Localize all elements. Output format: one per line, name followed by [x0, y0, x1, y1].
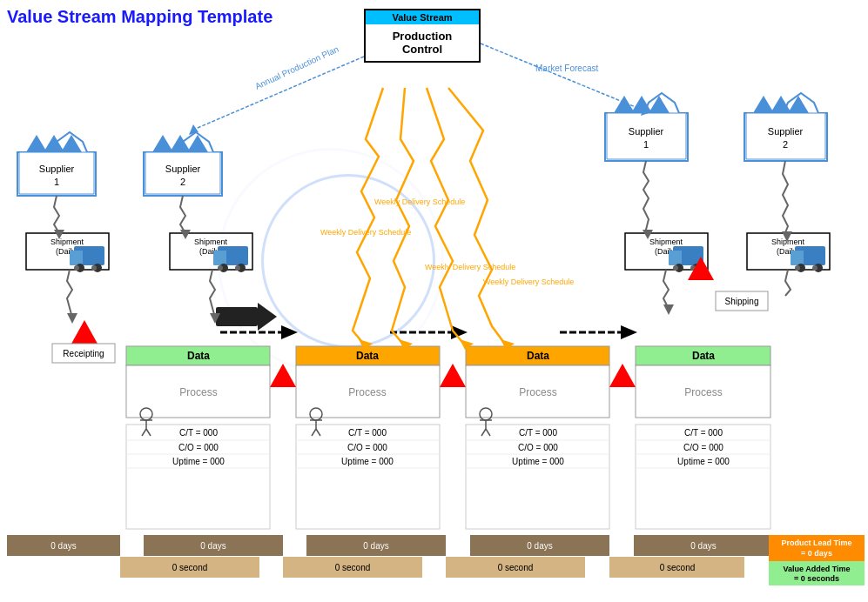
- svg-rect-72: [466, 346, 609, 365]
- svg-text:C/O = 000: C/O = 000: [178, 443, 219, 452]
- market-forecast-arrow: Market Forecast: [481, 43, 651, 116]
- svg-marker-149: [643, 230, 653, 239]
- svg-point-62: [795, 265, 800, 271]
- svg-point-60: [797, 264, 805, 272]
- svg-marker-17: [631, 96, 652, 113]
- svg-marker-9: [152, 135, 173, 152]
- svg-text:C/O = 000: C/O = 000: [347, 443, 387, 452]
- svg-text:C/O = 000: C/O = 000: [683, 443, 723, 452]
- svg-text:Uptime = 000: Uptime = 000: [341, 457, 394, 466]
- svg-text:2: 2: [783, 139, 788, 150]
- process-2-data: C/T = 000 C/O = 000 Uptime = 000: [296, 425, 440, 529]
- wds-lightning-4: Weekly Delivery Schedule: [448, 88, 574, 350]
- svg-rect-101: [636, 425, 770, 529]
- timeline-days-0: 0 days: [50, 541, 76, 551]
- timeline-days-4: 0 days: [690, 541, 716, 551]
- svg-marker-3: [44, 135, 64, 152]
- svg-marker-11: [187, 135, 208, 152]
- svg-text:Data: Data: [187, 350, 210, 362]
- process-1: Data Process: [126, 346, 270, 418]
- svg-text:Shipment: Shipment: [771, 237, 805, 246]
- zigzag-arrow-s1: [54, 196, 64, 239]
- receipting-label: Receipting: [63, 349, 104, 358]
- receipting-box: [52, 344, 115, 363]
- svg-text:(Daily): (Daily): [655, 247, 677, 256]
- lead-time-label-1: Product Lead Time: [782, 538, 852, 547]
- supplier-2-factory: Supplier 2: [144, 132, 222, 196]
- svg-text:Supplier: Supplier: [629, 126, 664, 137]
- svg-text:Uptime = 000: Uptime = 000: [172, 457, 225, 466]
- timeline-sub-2: [283, 557, 422, 578]
- svg-marker-128: [621, 325, 637, 339]
- svg-marker-139: [641, 105, 651, 116]
- svg-text:1: 1: [54, 177, 59, 187]
- svg-marker-151: [663, 304, 674, 315]
- svg-marker-132: [180, 230, 191, 239]
- timeline-bar-3: [470, 535, 609, 556]
- svg-text:C/T = 000: C/T = 000: [348, 428, 387, 438]
- svg-point-35: [74, 265, 79, 271]
- svg-rect-80: [126, 425, 270, 529]
- svg-rect-49: [673, 246, 703, 265]
- shipping-label: Shipping: [725, 297, 759, 306]
- supplier-1-factory: Supplier 1: [17, 132, 96, 196]
- timeline-bar-4: [634, 535, 769, 556]
- svg-marker-134: [210, 313, 220, 324]
- svg-marker-7: [144, 132, 222, 196]
- svg-marker-150: [782, 231, 792, 242]
- process-3-data: C/T = 000 C/O = 000 Uptime = 000: [466, 425, 609, 529]
- svg-point-108: [140, 408, 152, 420]
- red-triangle-1: [71, 320, 98, 344]
- svg-rect-32: [70, 251, 83, 265]
- svg-marker-8: [145, 152, 220, 194]
- svg-line-122: [486, 429, 490, 436]
- svg-rect-87: [296, 425, 440, 529]
- svg-text:Shipment: Shipment: [50, 237, 84, 246]
- svg-rect-58: [795, 246, 825, 265]
- timeline-days-3: 0 days: [527, 541, 552, 551]
- svg-marker-136: [189, 124, 198, 135]
- svg-text:Supplier: Supplier: [165, 164, 201, 174]
- svg-marker-14: [605, 93, 688, 161]
- svg-marker-147: [501, 339, 515, 350]
- svg-text:C/O = 000: C/O = 000: [518, 443, 558, 452]
- svg-rect-64: [126, 346, 270, 365]
- svg-text:Market Forecast: Market Forecast: [535, 64, 598, 73]
- production-control-body: ProductionControl: [366, 24, 479, 61]
- svg-text:Annual Production Plan: Annual Production Plan: [253, 44, 340, 91]
- svg-text:Supplier: Supplier: [39, 164, 75, 174]
- svg-marker-21: [744, 93, 827, 161]
- svg-text:Weekly Delivery Schedule: Weekly Delivery Schedule: [483, 278, 574, 286]
- timeline-sub-3: [446, 557, 585, 578]
- page-title: Value Stream Mapping Template: [7, 7, 273, 27]
- annual-plan-arrow: Annual Production Plan: [189, 44, 364, 135]
- svg-text:C/T = 000: C/T = 000: [519, 428, 557, 438]
- timeline-bar-2: [306, 535, 446, 556]
- svg-marker-22: [746, 113, 825, 159]
- timeline-seconds-3: 0 second: [498, 563, 534, 572]
- process-1-data: C/T = 000 C/O = 000 Uptime = 000: [126, 425, 270, 529]
- svg-text:Uptime = 000: Uptime = 000: [677, 457, 730, 466]
- svg-rect-55: [747, 233, 830, 270]
- svg-marker-4: [61, 135, 82, 152]
- timeline-sub-1: [120, 557, 259, 578]
- production-control-box: Value Stream ProductionControl: [364, 9, 481, 63]
- svg-text:2: 2: [180, 177, 185, 187]
- svg-marker-23: [753, 96, 774, 113]
- process-4-data: C/T = 000 C/O = 000 Uptime = 000: [636, 425, 770, 529]
- process-4: Data Process: [636, 346, 770, 418]
- svg-marker-15: [607, 113, 686, 159]
- shipping-box: [716, 291, 768, 311]
- svg-marker-133: [67, 313, 77, 324]
- svg-marker-2: [26, 135, 47, 152]
- svg-line-121: [481, 429, 486, 436]
- svg-marker-131: [54, 230, 64, 239]
- svg-rect-94: [466, 425, 609, 529]
- svg-marker-16: [614, 96, 635, 113]
- red-triangle-5: [688, 257, 714, 280]
- value-added-label-2: = 0 seconds: [794, 574, 839, 583]
- truck-4: Shipment (Daily): [747, 233, 830, 272]
- svg-text:C/T = 000: C/T = 000: [684, 428, 723, 438]
- production-control-header: Value Stream: [366, 10, 479, 24]
- svg-text:(Daily): (Daily): [56, 247, 78, 256]
